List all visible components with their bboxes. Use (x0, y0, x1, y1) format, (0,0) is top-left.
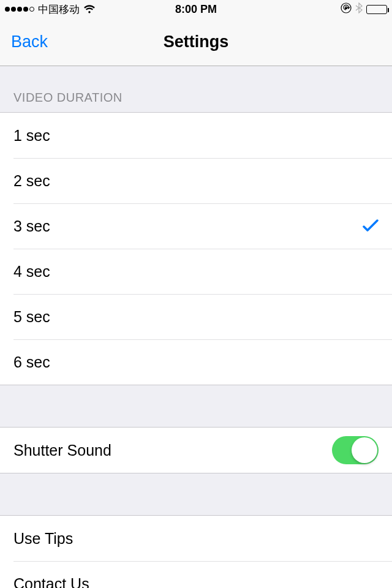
shutter-sound-row: Shutter Sound (0, 428, 392, 473)
list-item-label: 3 sec (13, 217, 50, 235)
list-item-label: 1 sec (13, 127, 50, 145)
duration-option-6sec[interactable]: 6 sec (0, 339, 392, 385)
wifi-icon (83, 5, 96, 13)
signal-strength-icon (5, 7, 34, 12)
switch-knob (352, 437, 377, 463)
list-item-label: Contact Us (13, 575, 89, 589)
orientation-lock-icon (341, 2, 352, 16)
duration-option-5sec[interactable]: 5 sec (0, 294, 392, 339)
list-item-label: 6 sec (13, 353, 50, 371)
list-item-label: 5 sec (13, 308, 50, 326)
status-right (341, 2, 387, 16)
nav-bar: Back Settings (0, 18, 392, 66)
carrier-label: 中国移动 (38, 2, 80, 17)
info-group: Use Tips Contact Us (0, 515, 392, 588)
svg-rect-1 (345, 7, 347, 9)
shutter-sound-switch[interactable] (332, 436, 379, 464)
duration-option-1sec[interactable]: 1 sec (0, 113, 392, 158)
list-item-label: 2 sec (13, 172, 50, 190)
battery-icon (366, 5, 387, 14)
section-header-video-duration: VIDEO DURATION (0, 66, 392, 112)
list-item-label: 4 sec (13, 263, 50, 281)
checkmark-icon (363, 219, 379, 233)
section-gap (0, 473, 392, 515)
list-item-label: Use Tips (13, 530, 73, 548)
video-duration-group: 1 sec 2 sec 3 sec 4 sec 5 sec 6 sec (0, 112, 392, 385)
duration-option-4sec[interactable]: 4 sec (0, 249, 392, 294)
use-tips-row[interactable]: Use Tips (0, 516, 392, 561)
status-left: 中国移动 (5, 2, 96, 17)
status-time: 8:00 PM (175, 3, 217, 16)
section-gap (0, 385, 392, 427)
contact-us-row[interactable]: Contact Us (0, 561, 392, 588)
duration-option-2sec[interactable]: 2 sec (0, 158, 392, 203)
duration-option-3sec[interactable]: 3 sec (0, 203, 392, 249)
bluetooth-icon (355, 2, 363, 16)
page-title: Settings (164, 32, 229, 51)
shutter-sound-group: Shutter Sound (0, 427, 392, 473)
status-bar: 中国移动 8:00 PM (0, 0, 392, 18)
shutter-sound-label: Shutter Sound (13, 442, 111, 459)
back-button[interactable]: Back (11, 32, 48, 51)
